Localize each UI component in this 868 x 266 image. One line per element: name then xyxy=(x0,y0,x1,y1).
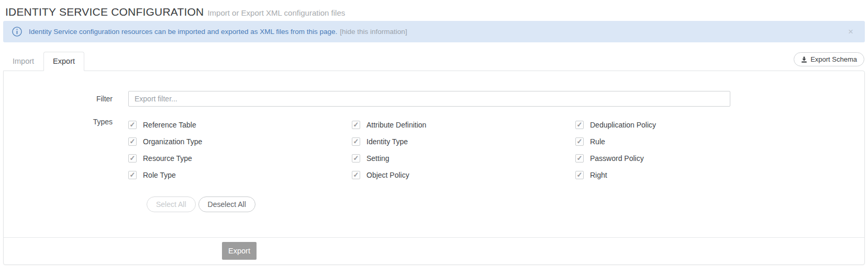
type-column-3: Deduplication Policy Rule Password Polic… xyxy=(575,117,799,183)
checkbox-checked-icon[interactable] xyxy=(575,171,584,179)
type-checkbox-role-type[interactable]: Role Type xyxy=(128,167,352,183)
type-checkbox-object-policy[interactable]: Object Policy xyxy=(352,167,575,183)
spacer xyxy=(4,196,144,212)
type-column-2: Attribute Definition Identity Type Setti… xyxy=(352,117,575,183)
filter-label: Filter xyxy=(4,91,128,107)
type-label: Right xyxy=(590,171,607,179)
type-label: Setting xyxy=(366,154,390,163)
type-checkbox-rule[interactable]: Rule xyxy=(575,133,799,150)
tab-import[interactable]: Import xyxy=(3,52,43,71)
download-icon xyxy=(801,56,807,63)
export-schema-button[interactable]: Export Schema xyxy=(794,52,864,66)
type-label: Role Type xyxy=(143,171,176,179)
checkbox-checked-icon[interactable] xyxy=(128,137,137,146)
type-checkbox-identity-type[interactable]: Identity Type xyxy=(352,133,575,150)
select-all-button[interactable]: Select All xyxy=(147,196,196,212)
checkbox-checked-icon[interactable] xyxy=(128,121,137,129)
page-header: IDENTITY SERVICE CONFIGURATIONImport or … xyxy=(3,0,865,20)
type-label: Identity Type xyxy=(366,137,408,146)
type-checkbox-password-policy[interactable]: Password Policy xyxy=(575,150,799,167)
type-label: Object Policy xyxy=(366,171,409,179)
type-checkbox-deduplication-policy[interactable]: Deduplication Policy xyxy=(575,117,799,133)
identity-service-configuration-page: IDENTITY SERVICE CONFIGURATIONImport or … xyxy=(0,0,868,265)
close-icon[interactable]: × xyxy=(846,26,855,37)
checkbox-checked-icon[interactable] xyxy=(352,154,360,163)
types-row: Types Reference Table Organization Type xyxy=(4,117,864,183)
type-label: Attribute Definition xyxy=(366,121,426,129)
type-label: Reference Table xyxy=(143,121,196,129)
checkbox-checked-icon[interactable] xyxy=(352,137,360,146)
panel-footer: Export xyxy=(4,237,864,264)
type-checkbox-reference-table[interactable]: Reference Table xyxy=(128,117,352,133)
export-tab-panel: Filter Types Reference Table Organizatio… xyxy=(3,71,865,265)
type-checkbox-right[interactable]: Right xyxy=(575,167,799,183)
checkbox-checked-icon[interactable] xyxy=(575,154,584,163)
checkbox-checked-icon[interactable] xyxy=(128,154,137,163)
tab-export[interactable]: Export xyxy=(43,52,84,71)
type-checkbox-grid: Reference Table Organization Type Resour… xyxy=(128,117,799,183)
type-label: Resource Type xyxy=(143,154,192,163)
export-filter-input[interactable] xyxy=(128,91,730,107)
checkbox-checked-icon[interactable] xyxy=(575,137,584,146)
checkbox-checked-icon[interactable] xyxy=(128,171,137,179)
info-banner: Identity Service configuration resources… xyxy=(3,21,865,42)
type-checkbox-resource-type[interactable]: Resource Type xyxy=(128,150,352,167)
info-icon xyxy=(12,27,22,37)
type-label: Rule xyxy=(590,137,605,146)
export-form: Filter Types Reference Table Organizatio… xyxy=(4,71,864,237)
checkbox-checked-icon[interactable] xyxy=(352,171,360,179)
type-checkbox-setting[interactable]: Setting xyxy=(352,150,575,167)
tab-bar: Import Export Export Schema xyxy=(3,50,865,71)
type-checkbox-attribute-definition[interactable]: Attribute Definition xyxy=(352,117,575,133)
selection-buttons-row: Select All Deselect All xyxy=(4,196,864,212)
hide-information-link[interactable]: [hide this information] xyxy=(340,28,407,36)
checkbox-checked-icon[interactable] xyxy=(575,121,584,129)
type-label: Organization Type xyxy=(143,137,202,146)
page-title: IDENTITY SERVICE CONFIGURATION xyxy=(5,6,204,18)
type-label: Password Policy xyxy=(590,154,644,163)
checkbox-checked-icon[interactable] xyxy=(352,121,360,129)
page-subtitle: Import or Export XML configuration files xyxy=(207,8,345,17)
types-label: Types xyxy=(4,117,128,183)
export-button[interactable]: Export xyxy=(222,242,257,260)
type-column-1: Reference Table Organization Type Resour… xyxy=(128,117,352,183)
deselect-all-button[interactable]: Deselect All xyxy=(198,196,255,212)
type-checkbox-organization-type[interactable]: Organization Type xyxy=(128,133,352,150)
filter-row: Filter xyxy=(4,91,864,107)
banner-text: Identity Service configuration resources… xyxy=(29,28,337,36)
export-schema-label: Export Schema xyxy=(810,55,857,63)
type-label: Deduplication Policy xyxy=(590,121,656,129)
